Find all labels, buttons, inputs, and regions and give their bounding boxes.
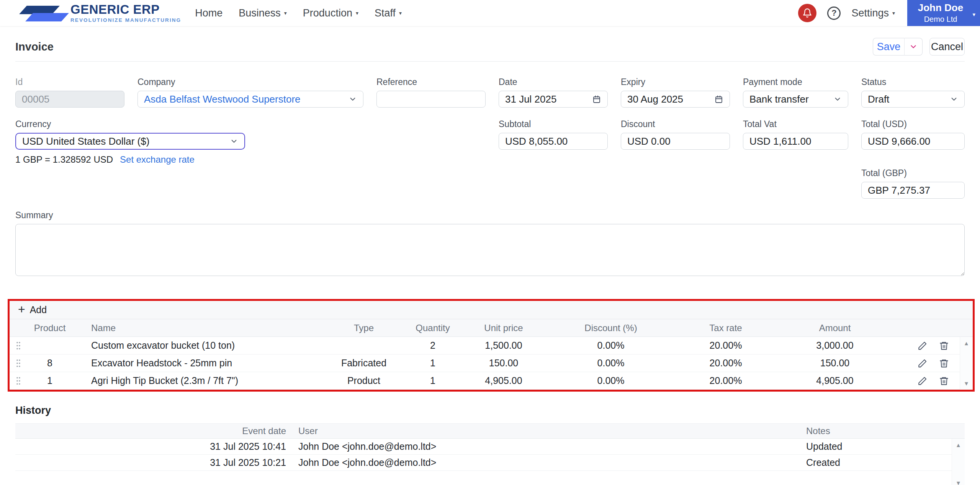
cell-type: Fabricated <box>320 358 408 369</box>
scroll-down-icon[interactable]: ▼ <box>960 380 973 387</box>
cell-discount: 0.00% <box>550 375 672 386</box>
logo-text: GENERIC ERP REVOLUTIONIZE MANUFACTURING <box>70 3 181 23</box>
exchange-rate-note: 1 GBP = 1.328592 USD <box>15 154 113 165</box>
total-usd-field[interactable]: USD 9,666.00 <box>861 133 965 150</box>
cell-tax-rate: 20.00% <box>672 358 779 369</box>
form-row-2: Currency USD United States Dollar ($) 1 … <box>15 119 965 165</box>
id-label: Id <box>15 77 124 87</box>
line-items-panel-annotation: + Add Product Name Type Quantity Unit pr… <box>8 299 975 392</box>
table-row[interactable]: 1 Agri High Tip Bucket (2.3m / 7ft 7") P… <box>10 372 973 390</box>
nav-item-production[interactable]: Production ▾ <box>303 7 358 19</box>
nav-item-business[interactable]: Business ▾ <box>239 7 287 19</box>
cell-event-date: 31 Jul 2025 10:21 <box>15 457 293 468</box>
col-product: Product <box>27 323 73 333</box>
top-navigation-bar: GENERIC ERP REVOLUTIONIZE MANUFACTURING … <box>0 0 980 26</box>
bell-icon <box>802 8 812 18</box>
company-value: Asda Belfast Westwood Superstore <box>144 93 301 105</box>
nav-label: Staff <box>375 7 396 19</box>
chevron-down-icon <box>833 95 842 103</box>
edit-row-button[interactable] <box>918 341 928 351</box>
drag-handle[interactable] <box>10 341 27 351</box>
set-exchange-rate-link[interactable]: Set exchange rate <box>120 154 195 165</box>
scroll-down-icon[interactable]: ▼ <box>952 480 965 485</box>
history-scrollbar[interactable]: ▲ ▼ <box>952 439 965 485</box>
calendar-icon <box>592 95 601 104</box>
cell-name: Custom excavator bucket (10 ton) <box>73 340 320 351</box>
total-vat-field[interactable]: USD 1,611.00 <box>743 133 848 150</box>
discount-field[interactable]: USD 0.00 <box>621 133 730 150</box>
form-row-3: Total (GBP) GBP 7,275.37 <box>15 168 965 199</box>
user-menu[interactable]: John Doe Demo Ltd ▾ <box>907 0 980 26</box>
table-row[interactable]: 8 Excavator Headstock - 25mm pin Fabrica… <box>10 354 973 372</box>
total-usd-value: USD 9,666.00 <box>868 136 930 147</box>
cell-unit-price: 150.00 <box>458 358 550 369</box>
plus-icon: + <box>18 303 25 315</box>
col-discount: Discount (%) <box>550 323 672 333</box>
scroll-up-icon[interactable]: ▲ <box>952 442 965 448</box>
header-actions: Save Cancel <box>873 38 965 56</box>
line-items-toolbar: + Add <box>10 301 973 319</box>
delete-row-button[interactable] <box>939 358 949 368</box>
history-table: Event date User Notes 31 Jul 2025 10:41 … <box>15 423 965 485</box>
user-company: Demo Ltd <box>913 15 969 24</box>
delete-row-button[interactable] <box>939 341 949 351</box>
header-divider <box>15 61 965 62</box>
help-button[interactable]: ? <box>827 7 841 20</box>
col-notes: Notes <box>795 426 949 436</box>
status-select[interactable]: Draft <box>861 91 965 108</box>
total-gbp-field[interactable]: GBP 7,275.37 <box>861 182 965 199</box>
delete-row-button[interactable] <box>939 376 949 386</box>
expiry-value: 30 Aug 2025 <box>627 93 683 105</box>
payment-mode-select[interactable]: Bank transfer <box>743 91 848 108</box>
chevron-down-icon: ▾ <box>972 11 975 17</box>
edit-row-button[interactable] <box>918 376 928 386</box>
col-quantity: Quantity <box>408 323 458 333</box>
cell-amount: 3,000.00 <box>779 340 890 351</box>
scroll-up-icon[interactable]: ▲ <box>960 340 973 346</box>
nav-item-home[interactable]: Home <box>195 7 223 19</box>
app-logo[interactable]: GENERIC ERP REVOLUTIONIZE MANUFACTURING <box>10 1 181 25</box>
trash-icon <box>939 341 949 351</box>
cancel-button[interactable]: Cancel <box>929 38 965 56</box>
settings-label: Settings <box>851 7 889 19</box>
notifications-button[interactable] <box>798 4 816 22</box>
cell-user: John Doe <john.doe@demo.ltd> <box>293 441 795 452</box>
chevron-down-icon: ▾ <box>399 10 402 16</box>
chevron-down-icon: ▾ <box>892 10 895 16</box>
save-button[interactable]: Save <box>873 38 904 56</box>
reference-input[interactable] <box>376 91 486 108</box>
total-usd-label: Total (USD) <box>861 119 965 129</box>
drag-handle[interactable] <box>10 358 27 368</box>
save-dropdown-button[interactable] <box>904 38 923 56</box>
drag-handle[interactable] <box>10 376 27 386</box>
cell-quantity: 1 <box>408 375 458 386</box>
summary-textarea[interactable] <box>15 224 965 276</box>
line-items-scrollbar[interactable]: ▲ ▼ <box>960 337 973 390</box>
add-line-item-button[interactable]: Add <box>30 304 47 315</box>
top-right-cluster: ? Settings ▾ John Doe Demo Ltd ▾ <box>798 0 980 26</box>
discount-label: Discount <box>621 119 730 129</box>
logo-title: GENERIC ERP <box>70 3 181 16</box>
currency-select[interactable]: USD United States Dollar ($) <box>15 133 245 150</box>
nav-item-staff[interactable]: Staff ▾ <box>375 7 402 19</box>
edit-row-button[interactable] <box>918 358 928 368</box>
history-empty-space <box>15 471 965 485</box>
line-items-header-row: Product Name Type Quantity Unit price Di… <box>10 319 973 337</box>
date-picker[interactable]: 31 Jul 2025 <box>499 91 608 108</box>
col-type: Type <box>320 323 408 333</box>
drag-dots-icon <box>16 358 21 368</box>
line-items-body: Custom excavator bucket (10 ton) 2 1,500… <box>10 337 973 390</box>
expiry-picker[interactable]: 30 Aug 2025 <box>621 91 730 108</box>
chevron-down-icon <box>950 95 958 103</box>
page-header-row: Invoice Save Cancel <box>15 38 965 56</box>
cell-name: Agri High Tip Bucket (2.3m / 7ft 7") <box>73 375 320 386</box>
table-row: 31 Jul 2025 10:41 John Doe <john.doe@dem… <box>15 439 965 455</box>
settings-menu[interactable]: Settings ▾ <box>851 7 895 19</box>
table-row[interactable]: Custom excavator bucket (10 ton) 2 1,500… <box>10 337 973 354</box>
col-tax-rate: Tax rate <box>672 323 779 333</box>
cell-product: 8 <box>27 358 73 369</box>
company-select[interactable]: Asda Belfast Westwood Superstore <box>137 91 363 108</box>
user-info: John Doe Demo Ltd <box>913 2 969 24</box>
nav-label: Home <box>195 7 223 19</box>
subtotal-field[interactable]: USD 8,055.00 <box>499 133 608 150</box>
